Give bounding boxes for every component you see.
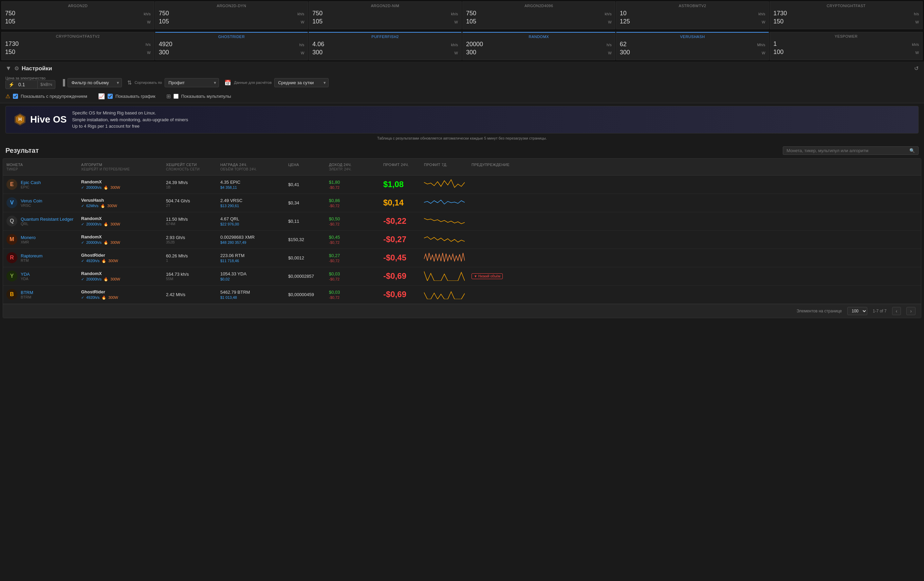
table-row[interactable]: Y YDA YDA RandomX ✓ 20000h/s 🔥 300W 164.… (3, 267, 921, 286)
reward-amount: 223.06 RTM (220, 253, 281, 258)
elec-cost: -$0,72 (329, 204, 376, 208)
table-row[interactable]: Q Quantum Resistant Ledger QRL RandomX ✓… (3, 212, 921, 231)
net-hash: 2.93 Gh/s (166, 235, 213, 240)
show-warning-label[interactable]: Показывать с предупреждением (21, 94, 87, 99)
table-row[interactable]: V Verus Coin VRSC VerusHash ✓ 62Mh/s 🔥 3… (3, 194, 921, 212)
electricity-input[interactable] (17, 81, 37, 89)
coin-name-link[interactable]: BTRM (21, 290, 33, 295)
sparkline-chart (424, 252, 465, 262)
algo-power: 100 (773, 49, 784, 56)
sort-select[interactable]: Профит (165, 78, 219, 87)
coin-icon: Q (7, 216, 17, 226)
chart-icon: 📈 (98, 93, 105, 99)
algo-card-yespower[interactable]: YESPOWER 1 kh/s 100 W (769, 32, 922, 60)
algo-card-cryptonightfastv2[interactable]: CRYPTONIGHTFASTV2 1730 h/s 150 W (2, 32, 155, 60)
data-period-select[interactable]: Средние за сутки (274, 78, 328, 87)
algo-hashrate-unit: kh/s (451, 43, 458, 47)
next-page-button[interactable]: › (906, 307, 916, 315)
warning-cell (468, 201, 522, 205)
warning-cell (468, 256, 522, 260)
algo-cell: RandomX ✓ 20000h/s 🔥 300W (78, 214, 163, 229)
algo-power-unit: W (916, 51, 919, 54)
algo-hashrate-unit: kh/s (605, 12, 611, 16)
coin-name-link[interactable]: Raptoreum (21, 253, 43, 258)
algo-card-title: PUFFERFISH2 (312, 35, 458, 39)
search-input[interactable] (787, 148, 907, 153)
coin-name-link[interactable]: YDA (21, 272, 30, 277)
table-row[interactable]: M Monero XMR RandomX ✓ 20000h/s 🔥 300W 2… (3, 231, 921, 249)
net-hash: 2.42 Mh/s (166, 292, 213, 297)
algo-card-astrobwtv2[interactable]: ASTROBWTV2 10 kh/s 125 W (616, 2, 769, 29)
elec-cost: -$0,72 (329, 295, 376, 299)
table-body: E Epic Cash EPIC RandomX ✓ 20000h/s 🔥 30… (3, 175, 921, 304)
reward-fiat: $1 013,48 (220, 295, 281, 299)
income-value: $0,45 (329, 234, 376, 240)
hash-speed-icon: ✓ (81, 277, 84, 282)
row-algo-name: VerusHash (81, 198, 159, 203)
prev-page-button[interactable]: ‹ (892, 307, 901, 315)
algo-card-title: ARGON2D (5, 4, 151, 8)
algo-card-verushash[interactable]: VERUSHASH 62 Mh/s 300 W (616, 32, 769, 60)
table-row[interactable]: B BTRM BTRM GhostRider ✓ 4920h/s 🔥 300W … (3, 286, 921, 304)
reward-amount: 5462.79 BTRM (220, 290, 281, 295)
banner-desc3: Up to 4 Rigs per 1 account for free (72, 123, 911, 130)
algo-card-ghostrider[interactable]: GHOSTRIDER 4920 h/s 300 W (155, 32, 308, 60)
profit7-cell (421, 232, 468, 247)
algo-hashrate: 62 (620, 41, 627, 48)
warning-cell (468, 238, 522, 241)
show-multi-checkbox-group: ⊞ Показывать мультипулы (166, 93, 231, 99)
income-value: $0,03 (329, 271, 376, 276)
algo-card-argon2ddyn[interactable]: ARGON2D-DYN 750 kh/s 105 W (155, 2, 308, 29)
profit24-cell: -$0,27 (380, 233, 421, 246)
coin-name-link[interactable]: Verus Coin (21, 198, 43, 203)
hive-logo-icon: H (13, 112, 28, 127)
algo-hashrate-unit: h/s (607, 43, 612, 47)
coin-name-link[interactable]: Monero (21, 235, 36, 240)
profit24-value: -$0,45 (383, 253, 406, 262)
coin-name-link[interactable]: Quantum Resistant Ledger (21, 217, 73, 222)
algo-hashrate: 1 (773, 40, 777, 48)
algo-power-unit: W (608, 51, 611, 55)
profit24-cell: -$0,69 (380, 269, 421, 283)
profit7-cell (421, 287, 468, 302)
show-warning-checkbox[interactable] (13, 94, 18, 99)
algo-cards-row2: CRYPTONIGHTFASTV2 1730 h/s 150 W GHOSTRI… (0, 31, 924, 61)
per-page-select[interactable]: 100 (847, 307, 867, 315)
volume-filter-select[interactable]: Фильтр по объему (68, 78, 122, 87)
algo-params: ✓ 20000h/s 🔥 300W (81, 222, 159, 226)
chart-bar-icon: ▐ (61, 79, 65, 86)
algo-power: 300 (466, 49, 476, 56)
hive-os-banner[interactable]: H Hive OS Specific OS for Mining Rig bas… (5, 106, 919, 134)
data-period-group: 📅 Данные для расчётов Средние за сутки ▾ (224, 78, 328, 87)
show-multi-checkbox[interactable] (173, 94, 178, 99)
show-chart-label[interactable]: Показывать график (116, 94, 155, 99)
warning-cell (468, 182, 522, 187)
algo-card-argon2dnim[interactable]: ARGON2D-NIM 750 kh/s 105 W (309, 2, 462, 29)
reward-fiat: $22 976,00 (220, 222, 281, 226)
price-cell: $0,00002857 (285, 272, 325, 281)
reward-amount: 4.35 EPIC (220, 180, 281, 185)
hash-speed-icon: ✓ (81, 259, 84, 263)
refresh-button[interactable]: ↺ (914, 65, 919, 72)
income-cell: $0,50 -$0,72 (325, 214, 380, 228)
income-value: $0,50 (329, 216, 376, 221)
algo-card-argon2d4096[interactable]: ARGON2D4096 750 kh/s 105 W (462, 2, 615, 29)
algo-card-argon2d[interactable]: ARGON2D 750 kh/s 105 W (2, 2, 155, 29)
algo-card-randomx[interactable]: RANDOMX 20000 h/s 300 W (462, 32, 615, 60)
row-algo-name: GhostRider (81, 289, 159, 294)
algo-hashrate-unit: h/s (146, 43, 151, 46)
profit7-cell (421, 250, 468, 266)
income-value: $0,27 (329, 253, 376, 258)
table-row[interactable]: E Epic Cash EPIC RandomX ✓ 20000h/s 🔥 30… (3, 175, 921, 194)
coin-name-link[interactable]: Epic Cash (21, 180, 41, 185)
sparkline-chart (424, 271, 465, 281)
algo-hashrate: 4920 (159, 41, 172, 48)
banner-desc1: Specific OS for Mining Rig based on Linu… (72, 110, 911, 117)
collapse-icon[interactable]: ▼ (5, 65, 12, 72)
table-row[interactable]: R Raptoreum RTM GhostRider ✓ 4920h/s 🔥 3… (3, 249, 921, 267)
algo-card-pufferfish2[interactable]: PUFFERFISH2 4.06 kh/s 300 W (309, 32, 462, 60)
show-multi-label[interactable]: Показывать мультипулы (181, 94, 231, 99)
net-diff: 674M (166, 222, 213, 226)
algo-card-cryptonightfast[interactable]: CRYPTONIGHTFAST 1730 h/s 150 W (769, 2, 922, 29)
show-chart-checkbox[interactable] (107, 94, 113, 99)
